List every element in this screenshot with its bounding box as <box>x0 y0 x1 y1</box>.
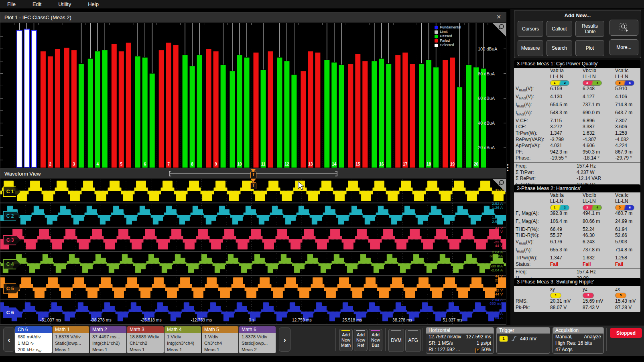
measurement-row: IMAG(A):548.3 m690.0 m643.7 m <box>514 110 640 118</box>
measurement-row: Pk-Pk:88.07 V87.43 V87.28 V <box>514 305 640 311</box>
channel-pair-badge: 12 <box>550 205 569 210</box>
plot-legend: FundamentalLimitPassedFailedSelected <box>435 25 461 47</box>
plot1-window: Plot 1 - IEC ClassC (Meas 2) ✕ 123456789… <box>0 12 506 168</box>
svg-text:17: 17 <box>403 162 408 166</box>
add-new-results-table-button[interactable]: Results Table <box>575 21 604 37</box>
svg-text:-44 V: -44 V <box>494 243 503 248</box>
waveform-titlebar[interactable]: Waveform View T <box>0 169 506 179</box>
svg-text:22 V: 22 V <box>495 229 503 234</box>
badge-math2[interactable]: Math 2 37.4497 ms...Intg(ch1*ch2)Meas 1 <box>90 326 126 353</box>
add-new-bus-button[interactable]: AddNewBus <box>369 329 382 351</box>
legend-item: Passed <box>435 34 461 38</box>
trigger-pos-icon: T <box>475 348 480 353</box>
waveform-title: Waveform View <box>4 171 41 177</box>
menu-item-edit[interactable]: Edit <box>33 1 41 7</box>
plot-zoom-corner-icon[interactable] <box>491 23 506 36</box>
waveform-traces: 11 V-11 V33 V2.52 A1.26 A-1.26 A-2.52 A4… <box>0 179 506 324</box>
measurement-row: IRMS(A):654.5 m737.1 m714.8 m <box>514 102 640 110</box>
badge-math3[interactable]: Math 3 18.8689 W/divCh1*ch2Meas 1 <box>127 326 164 353</box>
menu-item-utility[interactable]: Utility <box>58 1 71 7</box>
box-zoom-icon[interactable] <box>609 20 638 36</box>
add-new-search-button[interactable]: Search <box>546 40 572 56</box>
measurement-row: RMS:20.31 mV15.69 mV15.43 mV <box>514 298 640 305</box>
meas3-title: 3-Phase Meas 3: Switching Ripple' <box>514 278 640 286</box>
trigger-source-badge: 1 <box>499 336 508 342</box>
stopped-button[interactable]: Stopped <box>610 328 642 338</box>
add-new-panel: Add New... CursorsCalloutResults TableMe… <box>514 10 641 58</box>
add-new-math-button[interactable]: AddNewMath <box>339 329 353 351</box>
trigger-marker-flag[interactable]: T <box>250 182 256 189</box>
horizontal-badge[interactable]: Horizontal 12.7592 ms/div127.592 ms SR: … <box>426 327 494 354</box>
measurement-row: V CF:7.1156.8967.307 <box>514 118 640 124</box>
legend-swatch <box>435 26 438 29</box>
svg-text:-25.518 ms: -25.518 ms <box>140 318 162 322</box>
meas1-badge[interactable]: 3-Phase Meas 1: Cyc Power Quality' Vab:I… <box>514 60 640 189</box>
svg-text:3: 3 <box>73 162 75 166</box>
channel-badge: 5 <box>615 293 626 298</box>
menu-item-help[interactable]: Help <box>88 1 99 7</box>
afg-button[interactable]: AFG <box>405 329 421 352</box>
svg-text:-2.04 A: -2.04 A <box>491 268 503 272</box>
badge-math5[interactable]: Math 5 1 V/divCh3*ch4Meas 1 <box>202 326 238 353</box>
add-new-ref-button[interactable]: AddNewRef <box>354 329 368 351</box>
meas2-badge[interactable]: 3-Phase Meas 2: Harmonics' Vab:IaVbc:IbV… <box>514 184 640 285</box>
measurement-summary-row: Σ RePwr:-12.14 VAR <box>514 176 640 182</box>
measurement-row: RePwr(VAR):-3.799-4.307-4.032 <box>514 137 640 143</box>
panel-resize-handle[interactable]: ••• <box>507 164 509 172</box>
add-new-more-button[interactable]: More... <box>609 39 638 55</box>
meas1-title: 3-Phase Meas 1: Cyc Power Quality' <box>514 60 640 68</box>
add-new-measure-button[interactable]: Measure <box>518 40 543 56</box>
badge-math6[interactable]: Math 6 1.8378 V/divStatic[lowp...Meas 2 <box>239 326 276 353</box>
svg-text:80 dBuA: 80 dBuA <box>478 71 495 76</box>
svg-text:2: 2 <box>49 162 52 166</box>
svg-text:-38.278 ms: -38.278 ms <box>90 318 112 322</box>
channel-badge: 1 <box>550 293 561 298</box>
acquisition-badge[interactable]: Acquisition Manual,Analyze High Res: 16 … <box>553 327 604 354</box>
svg-text:680 mA: 680 mA <box>490 254 503 258</box>
measurement-row: Status:FailFailFail <box>514 261 640 268</box>
menu-item-file[interactable]: File <box>7 1 16 7</box>
svg-text:5: 5 <box>120 162 123 166</box>
plot1-titlebar[interactable]: Plot 1 - IEC ClassC (Meas 2) ✕ <box>0 12 506 23</box>
svg-text:12.759 ms: 12.759 ms <box>292 318 312 322</box>
svg-text:6: 6 <box>144 162 146 166</box>
measurement-row: VMAG(V):4.1304.1274.106 <box>514 94 640 102</box>
measurement-row: IRMS(A):655.3 m737.8 m714.8 m <box>514 247 640 255</box>
close-icon[interactable]: ✕ <box>496 14 501 20</box>
plot1-title: Plot 1 - IEC ClassC (Meas 2) <box>4 14 71 20</box>
svg-text:7: 7 <box>167 162 170 166</box>
svg-text:16: 16 <box>379 162 384 166</box>
add-new-callout-button[interactable]: Callout <box>546 21 572 37</box>
measurement-summary-row: Σ TrPwr:4.237 W <box>514 170 640 176</box>
svg-text:20 dBuA: 20 dBuA <box>478 145 495 150</box>
legend-swatch <box>435 44 438 47</box>
harmonics-bar-chart: 1234567891011121314151617181920100 dBuA8… <box>0 23 506 168</box>
meas3-badge[interactable]: 3-Phase Meas 3: Switching Ripple' xyyzzx… <box>514 278 640 312</box>
badge-ch6[interactable]: Ch 6 680 mA/div1 MΩ ∿200 kHz BW <box>15 326 52 353</box>
measurement-row: TrPwr(W):1.3471.6321.258 <box>514 255 640 261</box>
trigger-slider-flag[interactable]: T <box>250 172 256 178</box>
svg-text:10: 10 <box>237 162 242 166</box>
waveform-zoom-corner-icon[interactable] <box>491 179 506 192</box>
svg-text:12: 12 <box>284 162 289 166</box>
scroll-right-button[interactable]: › <box>279 328 291 352</box>
measurement-row: TrPwr(W):1.3471.6321.258 <box>514 130 640 137</box>
legend-item: Limit <box>435 30 461 34</box>
channel-pair-badge: 12 <box>550 80 569 86</box>
scroll-left-button[interactable]: ‹ <box>3 328 15 352</box>
badge-math4[interactable]: Math 4 1 V/divIntg(ch3*ch4)Meas 1 <box>165 326 201 353</box>
trigger-marker-arrow[interactable] <box>251 179 256 182</box>
waveform-view-area: 11 V-11 V33 V2.52 A1.26 A-1.26 A-2.52 A4… <box>0 179 506 324</box>
svg-text:51.037 ms: 51.037 ms <box>443 318 462 322</box>
badge-math1[interactable]: Math 1 1.8378 V/divStatic[lowp...Meas 1 <box>53 326 89 353</box>
meas2-title: 3-Phase Meas 2: Harmonics' <box>514 184 640 192</box>
channel-badge: 3 <box>583 293 594 298</box>
svg-text:11: 11 <box>261 162 266 166</box>
rising-edge-icon <box>511 336 517 342</box>
dvm-button[interactable]: DVM <box>388 329 404 352</box>
add-new-plot-button[interactable]: Plot <box>575 40 604 56</box>
add-new-cursors-button[interactable]: Cursors <box>518 21 543 37</box>
trigger-badge[interactable]: Trigger 1 440 mV <box>496 327 550 354</box>
svg-text:-44 V: -44 V <box>494 292 503 296</box>
svg-text:-2.52 A: -2.52 A <box>491 219 503 224</box>
